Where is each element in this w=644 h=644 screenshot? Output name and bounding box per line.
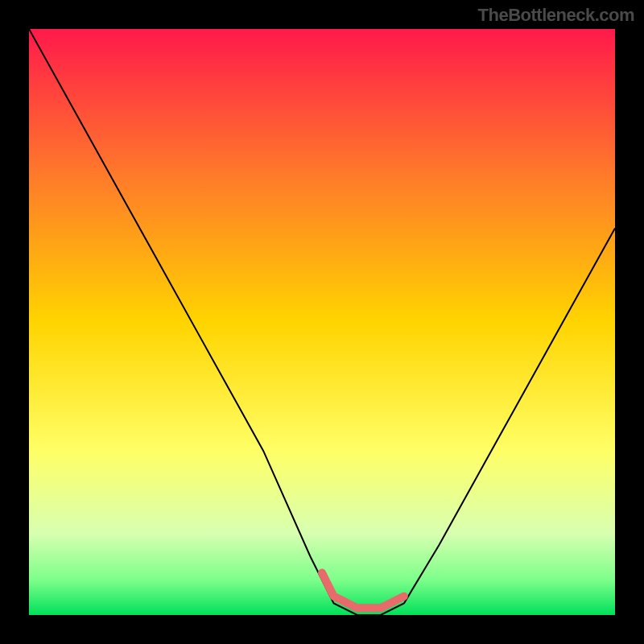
watermark-text: TheBottleneck.com	[478, 5, 634, 26]
bottleneck-chart	[29, 29, 615, 615]
chart-svg	[29, 29, 615, 615]
gradient-background	[29, 29, 615, 615]
